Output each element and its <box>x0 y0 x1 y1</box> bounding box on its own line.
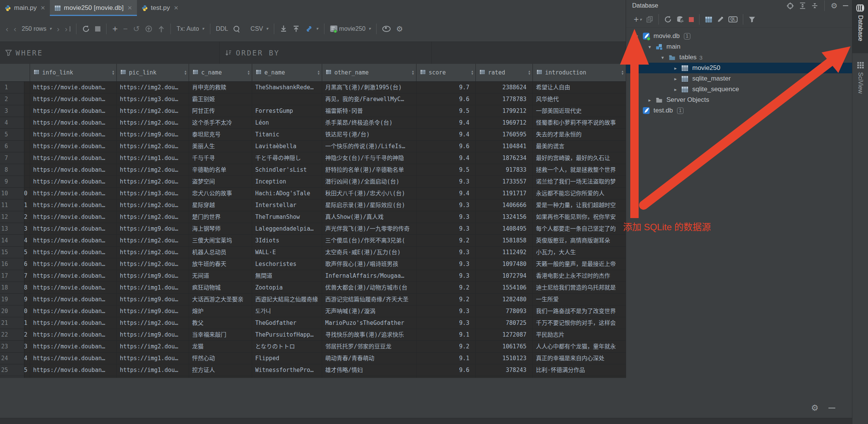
grid-cell-introduction[interactable]: 诺兰给了我们一场无法盗取的梦 <box>533 176 626 187</box>
grid-cell-other_name[interactable]: 福雷斯特·冈普 <box>322 105 417 117</box>
grid-cell-other_name[interactable]: InfernalAffairs/Mougaa… <box>322 270 417 282</box>
view-options-button[interactable] <box>380 21 393 36</box>
grid-cell-introduction[interactable]: 一生所爱 <box>533 294 626 305</box>
grid-cell-info_link[interactable]: https://movie.douban… <box>30 129 117 140</box>
grid-cell-info_link[interactable]: https://movie.douban… <box>30 164 117 176</box>
grid-cell-info_link[interactable]: https://movie.douban… <box>30 353 117 364</box>
clipped-id-cell[interactable]: 22 <box>24 329 30 340</box>
expand-all-button[interactable] <box>799 2 806 9</box>
grid-cell-other_name[interactable]: 萌动青春/青春萌动 <box>322 353 417 364</box>
row-number[interactable]: 22 <box>0 329 24 340</box>
clipped-id-cell[interactable]: 20 <box>24 305 30 317</box>
grid-cell-introduction[interactable]: 香港电影史上永不过时的杰作 <box>533 270 626 282</box>
grid-cell-rated[interactable]: 1969712 <box>476 117 533 128</box>
submit-button[interactable] <box>142 21 155 36</box>
grid-cell-score[interactable]: 9.2 <box>417 341 476 352</box>
grid-cell-c_name[interactable]: 这个杀手不太冷 <box>189 117 252 128</box>
grid-cell-introduction[interactable]: 爱是一种力量，让我们超越时空 <box>533 199 626 211</box>
grid-cell-score[interactable]: 9.5 <box>417 105 476 117</box>
grid-cell-c_name[interactable]: 星际穿越 <box>189 199 252 211</box>
grid-cell-score[interactable]: 9.4 <box>417 152 476 164</box>
clipped-id-cell[interactable]: 6 <box>24 141 30 152</box>
grid-cell-rated[interactable]: 1061765 <box>476 341 533 352</box>
grid-cell-c_name[interactable]: 龙猫 <box>189 341 252 352</box>
tree-item-tables[interactable]: ▾tables3 <box>626 52 852 63</box>
grid-cell-score[interactable]: 9.4 <box>417 129 476 140</box>
grid-cell-other_name[interactable]: 潜行凶间(港)/全面启动(台) <box>322 176 417 187</box>
transaction-mode-dropdown[interactable]: Tx: Auto▾ <box>174 21 207 36</box>
grid-cell-info_link[interactable]: https://movie.douban… <box>30 341 117 352</box>
grid-cell-e_name[interactable]: Laleggendadelpia… <box>252 223 322 234</box>
grid-cell-rated[interactable]: 778093 <box>476 305 533 317</box>
grid-cell-c_name[interactable]: 肖申克的救赎 <box>189 82 252 93</box>
clipped-id-cell[interactable]: 18 <box>24 282 30 293</box>
grid-cell-info_link[interactable]: https://movie.douban… <box>30 270 117 282</box>
grid-cell-pic_link[interactable]: https://img2.dou… <box>117 341 189 352</box>
grid-cell-introduction[interactable]: 一部美国近现代史 <box>533 105 626 117</box>
locate-button[interactable] <box>787 2 794 9</box>
row-number[interactable]: 17 <box>0 270 24 282</box>
side-tab-database[interactable]: Database <box>852 0 868 53</box>
grid-cell-pic_link[interactable]: https://img2.dou… <box>117 199 189 211</box>
row-number[interactable]: 3 <box>0 105 24 117</box>
column-header-score[interactable]: score▲▼ <box>417 64 476 81</box>
grid-cell-rated[interactable]: 1406666 <box>476 199 533 211</box>
export-format-dropdown[interactable]: CSV▾ <box>248 21 271 36</box>
grid-cell-score[interactable]: 9.1 <box>417 353 476 364</box>
grid-cell-score[interactable]: 9.2 <box>417 294 476 305</box>
grid-cell-rated[interactable]: 1072794 <box>476 270 533 282</box>
grid-cell-c_name[interactable]: 无间道 <box>189 270 252 282</box>
sort-arrows-icon[interactable]: ▲▼ <box>184 70 186 75</box>
grid-cell-introduction[interactable]: 希望让人自由 <box>533 82 626 93</box>
grid-cell-rated[interactable]: 1760595 <box>476 129 533 140</box>
grid-cell-c_name[interactable]: 三傻大闹宝莱坞 <box>189 235 252 246</box>
grid-cell-other_name[interactable]: 邻居托托罗/邻家的豆豆龙 <box>322 341 417 352</box>
grid-cell-other_name[interactable]: 西游记完结篇仙履奇缘/齐天大圣 <box>322 294 417 305</box>
grid-cell-rated[interactable]: 780725 <box>476 317 533 329</box>
row-number[interactable]: 20 <box>0 305 24 317</box>
row-number[interactable]: 19 <box>0 294 24 305</box>
grid-cell-rated[interactable]: 1097480 <box>476 258 533 270</box>
grid-cell-e_name[interactable]: ForrestGump <box>252 105 322 117</box>
grid-cell-introduction[interactable]: 最好的宫崎骏，最好的久石让 <box>533 152 626 164</box>
import-data-button[interactable] <box>290 21 302 36</box>
modify-datasource-button[interactable] <box>674 13 687 26</box>
column-header-rated[interactable]: rated▲▼ <box>476 64 533 81</box>
grid-cell-pic_link[interactable]: https://img9.dou… <box>117 129 189 140</box>
grid-cell-e_name[interactable]: Zootopia <box>252 282 322 293</box>
grid-cell-other_name[interactable]: 舒特拉的名单(港)/辛德勒名单 <box>322 164 417 176</box>
grid-cell-pic_link[interactable]: https://img1.dou… <box>117 152 189 164</box>
hide-panel-button[interactable] <box>843 5 848 6</box>
duplicate-button[interactable] <box>644 13 655 26</box>
clipped-id-cell[interactable]: 24 <box>24 353 30 364</box>
grid-cell-e_name[interactable]: 西遊記大結局之仙履奇緣 <box>252 294 322 305</box>
grid-cell-c_name[interactable]: 泰坦尼克号 <box>189 129 252 140</box>
edit-button[interactable] <box>715 13 726 26</box>
grid-cell-other_name[interactable]: 秋田犬八千(港)/忠犬小八(台) <box>322 188 417 199</box>
grid-cell-info_link[interactable]: https://movie.douban… <box>30 364 117 376</box>
clipped-id-cell[interactable]: 7 <box>24 152 30 164</box>
grid-cell-e_name[interactable]: Interstellar <box>252 199 322 211</box>
grid-cell-pic_link[interactable]: https://img9.dou… <box>117 223 189 234</box>
grid-cell-pic_link[interactable]: https://img2.dou… <box>117 105 189 117</box>
tab-movie250[interactable]: movie250 [movie.db] ✕ <box>50 0 137 16</box>
clipped-id-cell[interactable]: 12 <box>24 211 30 223</box>
tree-item-main[interactable]: ▾main <box>626 41 852 52</box>
column-header-introduction[interactable]: introduction▲▼ <box>533 64 626 81</box>
grid-cell-info_link[interactable]: https://movie.douban… <box>30 211 117 223</box>
grid-cell-e_name[interactable]: Léon <box>252 117 322 128</box>
refresh-button[interactable] <box>662 13 674 26</box>
grid-cell-c_name[interactable]: 海上钢琴师 <box>189 223 252 234</box>
grid-cell-introduction[interactable]: 真正的幸福是来自内心深处 <box>533 353 626 364</box>
clipped-id-cell[interactable]: 3 <box>24 105 30 117</box>
column-header-other_name[interactable]: other_name▲▼ <box>322 64 417 81</box>
grid-cell-info_link[interactable]: https://movie.douban… <box>30 317 117 329</box>
grid-cell-c_name[interactable]: 大话西游之大圣娶亲 <box>189 294 252 305</box>
tree-item-sqlite-sequence[interactable]: ▸sqlite_sequence <box>626 84 852 95</box>
grid-cell-other_name[interactable]: 一个快乐的传说(港)/LifeIs… <box>322 141 417 152</box>
grid-cell-introduction[interactable]: 风华绝代 <box>533 93 626 105</box>
grid-cell-info_link[interactable]: https://movie.douban… <box>30 223 117 234</box>
side-tab-sciview[interactable]: SciView <box>852 58 868 113</box>
previous-page-button[interactable]: ‹ <box>11 21 19 36</box>
row-number[interactable]: 13 <box>0 223 24 234</box>
